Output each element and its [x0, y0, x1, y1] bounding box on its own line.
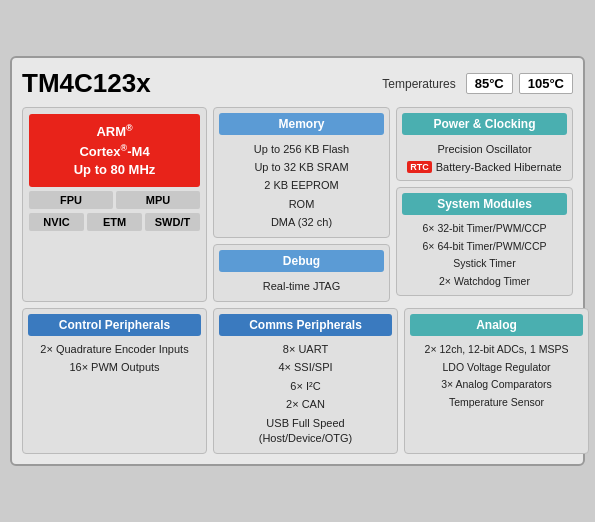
main-grid: ARM® Cortex®-M4 Up to 80 MHz FPU MPU NVI…: [22, 107, 573, 301]
arm-freq: Up to 80 MHz: [33, 161, 196, 179]
analog-item-0: 2× 12ch, 12-bit ADCs, 1 MSPS: [410, 341, 583, 359]
sysmod-item-1: 6× 64-bit Timer/PWM/CCP: [402, 237, 567, 255]
analog-item-3: Temperature Sensor: [410, 394, 583, 412]
ctrl-item-0: 2× Quadrature Encoder Inputs: [28, 341, 201, 359]
ctrl-item-1: 16× PWM Outputs: [28, 359, 201, 377]
debug-header: Debug: [219, 250, 384, 272]
comms-item-0: 8× UART: [219, 341, 392, 359]
arm-extras: NVIC ETM SWD/T: [29, 213, 200, 231]
power-item-0: Precision Oscillator: [402, 140, 567, 158]
memory-section: Memory Up to 256 KB Flash Up to 32 KB SR…: [213, 107, 390, 238]
sysmod-item-2: Systick Timer: [402, 255, 567, 273]
sysmod-item-3: 2× Watchdog Timer: [402, 273, 567, 291]
system-modules-header: System Modules: [402, 193, 567, 215]
comms-item-3: 2× CAN: [219, 396, 392, 414]
sysmod-item-0: 6× 32-bit Timer/PWM/CCP: [402, 220, 567, 238]
control-peripherals-section: Control Peripherals 2× Quadrature Encode…: [22, 308, 207, 454]
comms-item-1: 4× SSI/SPI: [219, 359, 392, 377]
arm-nvic: NVIC: [29, 213, 84, 231]
memory-item-4: DMA (32 ch): [219, 214, 384, 232]
control-peripherals-header: Control Peripherals: [28, 314, 201, 336]
arm-fpu: FPU: [29, 191, 113, 209]
memory-item-1: Up to 32 KB SRAM: [219, 159, 384, 177]
comms-peripherals-header: Comms Peripherals: [219, 314, 392, 336]
debug-section: Debug Real-time JTAG: [213, 244, 390, 301]
arm-mpu: MPU: [116, 191, 200, 209]
right-col: Power & Clocking Precision Oscillator RT…: [396, 107, 573, 301]
rtc-badge: RTC: [407, 161, 432, 173]
arm-core: ARM® Cortex®-M4 Up to 80 MHz: [29, 114, 200, 187]
comms-item-2: 6× I²C: [219, 377, 392, 395]
comms-peripherals-section: Comms Peripherals 8× UART 4× SSI/SPI 6× …: [213, 308, 398, 454]
rtc-text: Battery-Backed Hibernate: [436, 161, 562, 173]
temp-label: Temperatures: [382, 77, 455, 91]
mid-col: Memory Up to 256 KB Flash Up to 32 KB SR…: [213, 107, 390, 301]
memory-item-2: 2 KB EEPROM: [219, 177, 384, 195]
temp-85: 85°C: [466, 73, 513, 94]
arm-swdt: SWD/T: [145, 213, 200, 231]
top-bar: TM4C123x Temperatures 85°C 105°C: [22, 68, 573, 99]
arm-etm: ETM: [87, 213, 142, 231]
memory-header: Memory: [219, 113, 384, 135]
arm-core-name: Cortex®-M4: [33, 142, 196, 162]
power-clocking-header: Power & Clocking: [402, 113, 567, 135]
temp-105: 105°C: [519, 73, 573, 94]
arm-name: ARM®: [33, 122, 196, 142]
chip-diagram: TM4C123x Temperatures 85°C 105°C ARM® Co…: [10, 56, 585, 466]
analog-item-1: LDO Voltage Regulator: [410, 358, 583, 376]
bottom-grid: Control Peripherals 2× Quadrature Encode…: [22, 308, 573, 454]
arm-block: ARM® Cortex®-M4 Up to 80 MHz FPU MPU NVI…: [22, 107, 207, 301]
memory-item-0: Up to 256 KB Flash: [219, 140, 384, 158]
chip-title: TM4C123x: [22, 68, 382, 99]
temp-section: Temperatures 85°C 105°C: [382, 73, 573, 94]
arm-fpu-mpu: FPU MPU: [29, 191, 200, 209]
comms-item-4: USB Full Speed (Host/Device/OTG): [219, 414, 392, 448]
analog-item-2: 3× Analog Comparators: [410, 376, 583, 394]
rtc-line: RTC Battery-Backed Hibernate: [402, 159, 567, 175]
debug-item-0: Real-time JTAG: [219, 277, 384, 295]
analog-header: Analog: [410, 314, 583, 336]
power-clocking-section: Power & Clocking Precision Oscillator RT…: [396, 107, 573, 180]
system-modules-section: System Modules 6× 32-bit Timer/PWM/CCP 6…: [396, 187, 573, 297]
memory-item-3: ROM: [219, 195, 384, 213]
analog-section: Analog 2× 12ch, 12-bit ADCs, 1 MSPS LDO …: [404, 308, 589, 454]
